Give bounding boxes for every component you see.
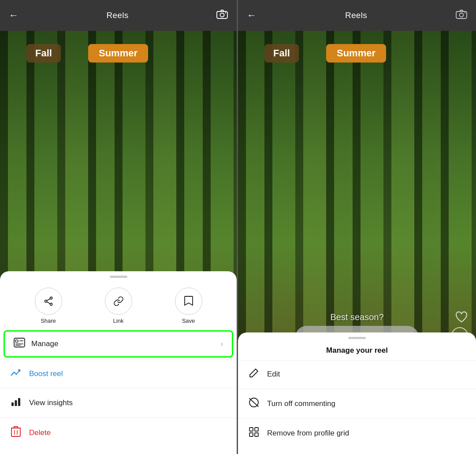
remove-from-grid-item[interactable]: Remove from profile grid — [238, 420, 476, 447]
left-summer-tag: Summer — [88, 44, 148, 63]
divider-3 — [0, 417, 237, 418]
svg-point-25 — [465, 12, 465, 13]
svg-point-3 — [50, 297, 52, 299]
delete-icon — [10, 426, 22, 440]
turn-off-commenting-label: Turn off commenting — [267, 399, 335, 408]
svg-point-24 — [459, 13, 463, 17]
delete-label: Delete — [29, 428, 51, 437]
right-top-bar: ← Reels — [238, 0, 476, 31]
boost-reel-item[interactable]: Boost reel — [0, 361, 237, 387]
link-action[interactable]: Link — [105, 288, 132, 324]
right-divider-2 — [238, 418, 476, 419]
right-fall-tag: Fall — [264, 44, 299, 63]
insights-icon — [10, 396, 22, 410]
svg-rect-9 — [15, 340, 18, 342]
left-fall-tag: Fall — [26, 44, 61, 63]
boost-icon — [10, 368, 22, 380]
svg-rect-13 — [11, 402, 14, 406]
save-label: Save — [182, 317, 195, 324]
right-title: Reels — [345, 11, 367, 20]
heart-button[interactable] — [455, 311, 468, 326]
right-sheet-handle — [348, 337, 366, 339]
manage-row[interactable]: Manage › — [4, 330, 233, 358]
right-back-button[interactable]: ← — [247, 10, 257, 21]
right-summer-tag: Summer — [326, 44, 386, 63]
svg-point-4 — [45, 300, 47, 303]
edit-label: Edit — [267, 370, 280, 379]
link-label: Link — [113, 317, 124, 324]
svg-rect-15 — [18, 398, 20, 406]
manage-icon — [14, 338, 25, 350]
manage-chevron: › — [221, 340, 223, 348]
boost-reel-label: Boost reel — [29, 369, 63, 378]
right-camera-icon[interactable] — [456, 9, 467, 22]
delete-item[interactable]: Delete — [0, 419, 237, 447]
turn-off-commenting-item[interactable]: Turn off commenting — [238, 390, 476, 417]
manage-reel-title: Manage your reel — [238, 343, 476, 361]
view-insights-item[interactable]: View insights — [0, 389, 237, 417]
left-title: Reels — [106, 11, 128, 20]
svg-rect-8 — [14, 338, 25, 347]
left-camera-icon[interactable] — [216, 9, 228, 22]
share-icon-circle — [35, 288, 62, 315]
svg-rect-14 — [15, 400, 17, 406]
svg-line-6 — [47, 299, 50, 301]
edit-icon — [248, 368, 260, 381]
action-icons-row: Share Link Sa — [0, 281, 237, 329]
poll-question: Best season? — [295, 312, 419, 322]
share-label: Share — [41, 317, 56, 324]
manage-label: Manage — [31, 340, 221, 348]
save-action[interactable]: Save — [175, 288, 202, 324]
comment-off-icon — [248, 397, 260, 410]
left-panel: ← Reels Fall Summer — [0, 0, 238, 454]
svg-point-1 — [220, 13, 224, 17]
svg-point-5 — [50, 303, 52, 306]
svg-rect-29 — [255, 428, 258, 431]
edit-item[interactable]: Edit — [238, 361, 476, 388]
right-panel: ← Reels Fall Summer Best season? FALL SU… — [238, 0, 476, 454]
left-top-bar: ← Reels — [0, 0, 237, 31]
svg-rect-16 — [11, 428, 20, 436]
remove-from-grid-label: Remove from profile grid — [267, 429, 349, 438]
divider-2 — [0, 388, 237, 388]
svg-point-2 — [225, 12, 226, 13]
grid-icon — [248, 427, 260, 440]
right-divider-1 — [238, 389, 476, 389]
left-sheet-handle — [110, 276, 127, 278]
share-action[interactable]: Share — [35, 288, 62, 324]
view-insights-label: View insights — [29, 399, 73, 407]
divider-1 — [0, 359, 237, 360]
svg-line-7 — [47, 302, 50, 304]
svg-rect-30 — [249, 433, 253, 436]
save-icon-circle — [175, 288, 202, 315]
right-bottom-sheet: Manage your reel Edit Turn off commentin… — [238, 332, 476, 454]
left-back-button[interactable]: ← — [9, 10, 19, 21]
svg-rect-28 — [249, 428, 253, 431]
left-bottom-sheet: Share Link Sa — [0, 271, 237, 454]
link-icon-circle — [105, 288, 132, 315]
svg-rect-31 — [255, 433, 258, 436]
